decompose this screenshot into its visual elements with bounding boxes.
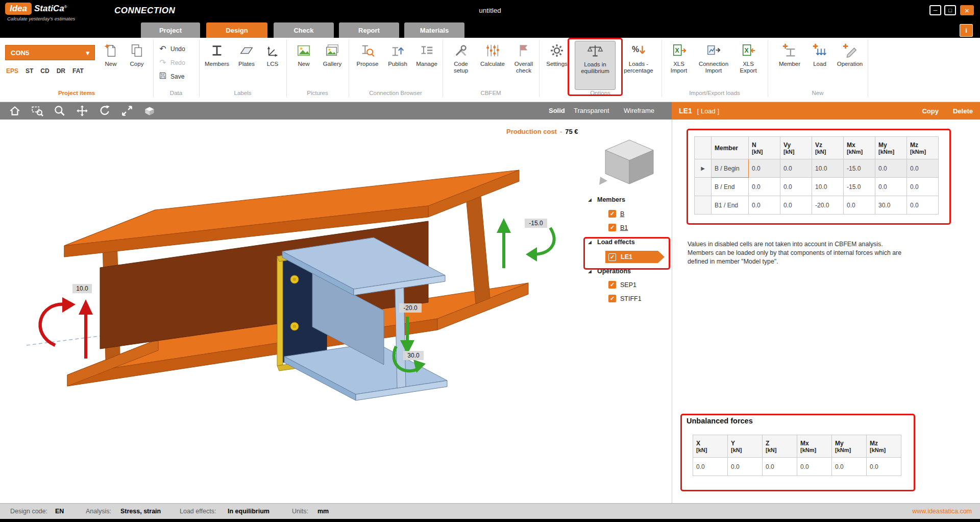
tab-materials[interactable]: Materials <box>404 22 464 38</box>
copy-load-effect-button[interactable]: Copy <box>922 107 939 115</box>
zoom-window-icon[interactable] <box>31 104 44 117</box>
3d-scene[interactable]: 10.0 -15.0 -20.0 30.0 <box>0 120 672 503</box>
value-cell[interactable]: 0.0 <box>907 178 939 196</box>
badge-dr[interactable]: DR <box>57 67 65 75</box>
new-member-button[interactable]: Member <box>775 41 804 90</box>
tree-group-operations[interactable]: ◢ Operations <box>588 268 631 275</box>
tree-group-load-effects[interactable]: ◢ Load effects <box>588 239 635 246</box>
website-link[interactable]: www.ideastatica.com <box>912 508 972 515</box>
overall-check-button[interactable]: Overall check <box>509 41 538 90</box>
table-row-b-end[interactable]: B / End 0.0 0.0 10.0 -15.0 0.0 0.0 <box>695 178 939 196</box>
table-row-b-begin[interactable]: ▶ B / Begin 0.0 0.0 10.0 -15.0 0.0 0.0 <box>695 159 939 178</box>
code-setup-button[interactable]: Code setup <box>446 41 476 90</box>
gallery-button[interactable]: Gallery <box>318 41 346 90</box>
save-button[interactable]: Save <box>158 72 184 82</box>
delete-load-effect-button[interactable]: Delete <box>953 107 973 115</box>
value-cell[interactable]: 0.0 <box>749 159 780 178</box>
rotate-icon[interactable] <box>98 104 111 117</box>
project-item-selector[interactable]: CON5 ▾ <box>5 45 95 60</box>
connection-import-button[interactable]: Connection Import <box>693 41 734 90</box>
lcs-labels-button[interactable]: LCS <box>261 41 284 90</box>
loads-in-equilibrium-button[interactable]: Loads in equilibrium <box>575 41 616 90</box>
info-button[interactable]: i <box>960 24 973 37</box>
pan-icon[interactable] <box>76 104 89 117</box>
new-operation-button[interactable]: Operation <box>834 41 866 90</box>
value-cell[interactable]: 0.0 <box>844 196 875 215</box>
xls-export-button[interactable]: X XLS Export <box>735 41 762 90</box>
tab-report[interactable]: Report <box>339 22 399 38</box>
propose-button[interactable]: Propose <box>353 41 382 90</box>
checkbox-checked-icon[interactable]: ✓ <box>608 281 616 289</box>
ribbon: CON5 ▾ EPS ST CD DR FAT New Copy Project… <box>0 38 980 102</box>
redo-button[interactable]: ↷ Redo <box>158 58 185 67</box>
badge-eps[interactable]: EPS <box>6 67 18 75</box>
tree-item-sep1[interactable]: ✓ SEP1 <box>608 281 636 289</box>
settings-button[interactable]: Settings <box>542 41 572 90</box>
zoom-icon[interactable] <box>53 104 66 117</box>
value-cell[interactable]: 0.0 <box>780 159 812 178</box>
tab-design[interactable]: Design <box>206 22 267 38</box>
checkbox-checked-icon[interactable]: ✓ <box>608 210 616 218</box>
units-value: mm <box>317 508 329 515</box>
calculate-button[interactable]: Calculate <box>478 41 507 90</box>
new-load-button[interactable]: Load <box>807 41 832 90</box>
value-cell[interactable]: 10.0 <box>812 178 844 196</box>
new-project-item-button[interactable]: New <box>99 41 122 90</box>
value-cell[interactable]: 0.0 <box>907 196 939 215</box>
value-cell[interactable]: 0.0 <box>907 159 939 178</box>
value-cell[interactable]: 0.0 <box>875 159 907 178</box>
undo-button[interactable]: ↶ Undo <box>158 44 185 54</box>
manage-button[interactable]: Manage <box>413 41 440 90</box>
member-cell[interactable]: B1 / End <box>712 196 749 215</box>
fit-view-icon[interactable] <box>120 104 134 117</box>
minimize-button[interactable]: ─ <box>929 5 941 15</box>
value-cell[interactable]: 10.0 <box>812 159 844 178</box>
value-cell[interactable]: -15.0 <box>844 159 875 178</box>
value-cell[interactable]: 0.0 <box>780 178 812 196</box>
tree-item-label[interactable]: B <box>620 210 624 218</box>
navigation-cube[interactable] <box>599 140 653 185</box>
tree-item-member-b[interactable]: ✓ B <box>608 210 624 218</box>
badge-cd[interactable]: CD <box>40 67 49 75</box>
tree-group-members[interactable]: ◢ Members <box>588 196 625 203</box>
badge-st[interactable]: ST <box>26 67 33 75</box>
tree-item-stiff1[interactable]: ✓ STIFF1 <box>608 295 642 302</box>
plates-labels-button[interactable]: Plates <box>234 41 259 90</box>
copy-project-item-button[interactable]: Copy <box>125 41 149 90</box>
close-button[interactable]: × <box>960 5 974 15</box>
member-cell[interactable]: B / End <box>712 178 749 196</box>
tree-item-le1[interactable]: ✓ LE1 <box>605 251 665 263</box>
view-mode-wireframe[interactable]: Wireframe <box>624 107 654 114</box>
badge-fat[interactable]: FAT <box>72 67 84 75</box>
view-mode-solid[interactable]: Solid <box>549 107 565 114</box>
checkbox-checked-icon[interactable]: ✓ <box>608 295 616 302</box>
table-row-b1-end[interactable]: B1 / End 0.0 0.0 -20.0 0.0 30.0 0.0 <box>695 196 939 215</box>
tree-item-member-b1[interactable]: ✓ B1 <box>608 224 628 231</box>
expander-icon[interactable]: ◢ <box>588 240 593 245</box>
xls-import-button[interactable]: X XLS Import <box>666 41 692 90</box>
value-cell[interactable]: 0.0 <box>749 178 780 196</box>
value-cell[interactable]: -20.0 <box>812 196 844 215</box>
value-cell[interactable]: 0.0 <box>749 196 780 215</box>
members-labels-button[interactable]: Members <box>202 41 232 90</box>
home-view-icon[interactable] <box>8 104 21 117</box>
value-cell[interactable]: 0.0 <box>875 178 907 196</box>
maximize-button[interactable]: □ <box>944 5 956 15</box>
loads-percentage-button[interactable]: % Loads - percentage <box>619 41 658 90</box>
member-cell[interactable]: B / Begin <box>712 159 749 178</box>
value-cell[interactable]: 30.0 <box>875 196 907 215</box>
value-cell[interactable]: -15.0 <box>844 178 875 196</box>
tab-check[interactable]: Check <box>274 22 334 38</box>
tab-project[interactable]: Project <box>141 22 200 38</box>
expander-icon[interactable]: ◢ <box>588 269 593 274</box>
new-picture-button[interactable]: New <box>291 41 316 90</box>
publish-button[interactable]: Publish <box>384 41 411 90</box>
checkbox-checked-icon[interactable]: ✓ <box>608 253 616 261</box>
expander-icon[interactable]: ◢ <box>588 197 593 202</box>
value-cell[interactable]: 0.0 <box>780 196 812 215</box>
selected-load-effect-tag[interactable]: ✓ LE1 <box>605 251 665 263</box>
checkbox-checked-icon[interactable]: ✓ <box>608 224 616 231</box>
section-cut-icon[interactable] <box>143 104 156 117</box>
tree-item-label[interactable]: B1 <box>620 224 628 231</box>
view-mode-transparent[interactable]: Transparent <box>574 107 609 114</box>
